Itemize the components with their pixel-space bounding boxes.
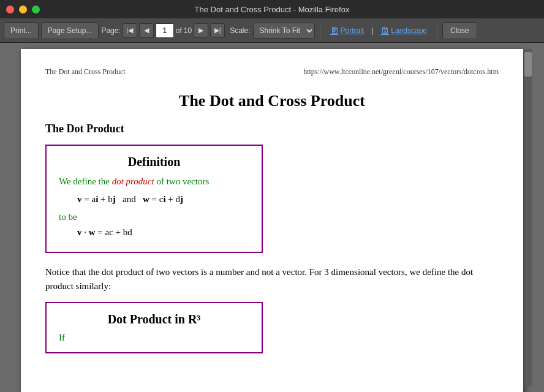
definition-intro: We define the dot product of two vectors: [59, 176, 249, 187]
scale-label: Scale:: [230, 26, 250, 35]
prev-page-button[interactable]: ◀: [139, 23, 154, 38]
section-title: The Dot Product: [45, 123, 499, 135]
total-pages: 10: [184, 26, 192, 35]
window-close-button[interactable]: [6, 6, 14, 13]
window-maximize-button[interactable]: [32, 6, 40, 13]
header-left: The Dot and Cross Product: [45, 67, 126, 77]
portrait-label: Portrait: [341, 26, 365, 35]
page-label: Page:: [101, 26, 120, 35]
document-main-title: The Dot and Cross Product: [45, 92, 499, 110]
close-print-button[interactable]: Close: [442, 22, 477, 39]
if-text: If: [59, 333, 249, 343]
landscape-icon: 🖺: [380, 26, 389, 36]
first-page-button[interactable]: |◀: [123, 23, 137, 38]
print-button[interactable]: Print...: [4, 22, 39, 39]
dot-product-r3-title: Dot Product in R³: [59, 312, 249, 326]
page-setup-button[interactable]: Page Setup...: [41, 22, 99, 39]
to-be-text: to be: [59, 212, 249, 222]
definition-text-before: We define the: [59, 176, 112, 186]
page-number-input[interactable]: [156, 23, 174, 38]
orientation-group: 🖹 Portrait | 🖺 Landscape: [325, 23, 433, 39]
definition-italic: dot product: [112, 176, 154, 186]
separator: [320, 23, 320, 38]
window-title: The Dot and Cross Product - Mozilla Fire…: [43, 5, 501, 14]
window-minimize-button[interactable]: [19, 6, 27, 13]
header-right: https://www.ltcconline.net/greenl/course…: [303, 67, 499, 77]
notice-text: Notice that the dot product of two vecto…: [45, 265, 499, 293]
page-controls: Page: |◀ ◀ of 10 ▶ ▶|: [101, 23, 225, 38]
definition-title: Definition: [59, 155, 249, 169]
of-label: of: [176, 26, 182, 35]
last-page-button[interactable]: ▶|: [210, 23, 225, 38]
title-bar: The Dot and Cross Product - Mozilla Fire…: [0, 0, 544, 18]
math-result: v · w = ac + bd: [77, 227, 249, 238]
orientation-separator: |: [371, 26, 373, 35]
landscape-button[interactable]: 🖺 Landscape: [376, 23, 432, 39]
definition-box: Definition We define the dot product of …: [45, 145, 263, 253]
landscape-label: Landscape: [391, 26, 427, 35]
toolbar: Print... Page Setup... Page: |◀ ◀ of 10 …: [0, 18, 544, 43]
preview-area: The Dot and Cross Product https://www.lt…: [0, 43, 544, 392]
print-page: The Dot and Cross Product https://www.lt…: [21, 49, 523, 392]
portrait-button[interactable]: 🖹 Portrait: [325, 23, 369, 39]
scrollbar-thumb[interactable]: [524, 52, 532, 77]
separator2: [437, 23, 437, 38]
dot-product-r3-box: Dot Product in R³ If: [45, 302, 263, 353]
next-page-button[interactable]: ▶: [194, 23, 208, 38]
scrollbar[interactable]: [524, 49, 532, 386]
scale-select[interactable]: Shrink To Fit: [253, 23, 315, 39]
portrait-icon: 🖹: [330, 26, 339, 36]
definition-text-after: of two vectors: [154, 176, 210, 186]
math-vectors: v = ai + bj and w = ci + dj: [77, 194, 249, 205]
page-header: The Dot and Cross Product https://www.lt…: [45, 67, 499, 80]
